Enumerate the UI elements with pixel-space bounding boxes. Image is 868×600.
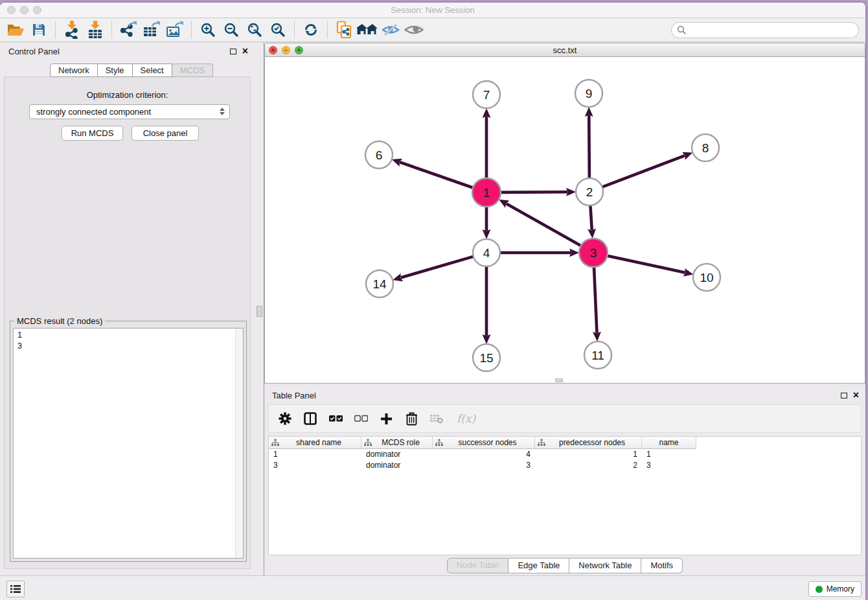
panel-splitter[interactable] xyxy=(255,43,264,575)
graph-edge-3-10[interactable] xyxy=(607,256,685,273)
graph-node-label-10: 10 xyxy=(700,271,713,284)
hide-selected-button[interactable] xyxy=(379,20,402,40)
tab-style[interactable]: Style xyxy=(98,63,133,77)
table-cell[interactable]: 1 xyxy=(642,449,696,460)
import-table-button[interactable] xyxy=(84,20,107,40)
show-all-button[interactable] xyxy=(402,20,426,40)
select-all-columns-button[interactable] xyxy=(328,411,343,426)
run-mcds-button[interactable]: Run MCDS xyxy=(62,126,123,141)
export-table-button[interactable] xyxy=(140,20,163,40)
tab-select[interactable]: Select xyxy=(133,63,172,77)
column-header-successor-nodes[interactable]: successor nodes xyxy=(433,437,535,449)
export-image-button[interactable] xyxy=(163,20,187,40)
import-network-button[interactable] xyxy=(60,20,84,40)
import-table-icon xyxy=(87,21,103,39)
table-panel-header: Table Panel × xyxy=(264,387,865,404)
refresh-button[interactable] xyxy=(299,20,323,40)
window-title: Session: New Session xyxy=(0,3,865,17)
duplicate-network-button[interactable] xyxy=(332,20,356,40)
table-cell[interactable]: 1 xyxy=(269,449,361,460)
criterion-dropdown[interactable]: strongly connected component xyxy=(29,104,230,119)
show-columns-button[interactable] xyxy=(303,411,317,426)
table-header-row: shared name MCDS role successor nodes pr… xyxy=(269,437,861,449)
column-header-name[interactable]: name xyxy=(642,437,696,449)
table-cell[interactable]: 3 xyxy=(433,460,535,471)
refresh-icon xyxy=(303,22,319,38)
main-region: Control Panel × Network Style Select MCD… xyxy=(0,43,865,575)
table-cell[interactable]: dominator xyxy=(361,460,433,471)
table-row[interactable]: 1dominator411 xyxy=(269,449,861,460)
table-cell[interactable]: 3 xyxy=(269,460,361,471)
graph-edge-3-11[interactable] xyxy=(594,267,597,333)
graph-edge-1-2[interactable] xyxy=(501,192,567,192)
task-history-button[interactable] xyxy=(6,581,25,597)
graph-edge-3-1[interactable] xyxy=(506,203,580,246)
table-cell[interactable]: 1 xyxy=(535,449,642,460)
search-field[interactable] xyxy=(671,22,859,38)
graph-edge-4-14[interactable] xyxy=(401,257,474,278)
delete-column-button[interactable] xyxy=(404,411,418,426)
float-panel-icon[interactable] xyxy=(230,49,236,54)
column-header-predecessor-nodes[interactable]: predecessor nodes xyxy=(535,437,642,449)
zoom-in-button[interactable] xyxy=(196,20,220,40)
export-network-icon xyxy=(120,21,137,38)
toolbar-separator xyxy=(191,21,192,38)
folder-open-icon xyxy=(7,23,25,37)
first-neighbors-button[interactable] xyxy=(356,20,379,40)
table-toolbar: f(x) xyxy=(268,404,862,433)
open-session-button[interactable] xyxy=(4,20,27,40)
close-panel-icon[interactable]: × xyxy=(242,47,248,56)
table-cell[interactable]: 3 xyxy=(642,460,696,471)
network-maximize-button[interactable]: + xyxy=(295,46,303,54)
splitter-handle[interactable] xyxy=(257,306,262,317)
minimize-window-button[interactable] xyxy=(20,6,29,14)
network-window-controls: × − + xyxy=(269,46,303,54)
zoom-in-icon xyxy=(200,22,216,38)
tab-edge-table[interactable]: Edge Table xyxy=(508,558,569,573)
network-close-button[interactable]: × xyxy=(269,46,277,54)
memory-button[interactable]: Memory xyxy=(808,581,862,597)
graph-edge-2-8[interactable] xyxy=(602,156,685,187)
graph-node-label-4: 4 xyxy=(483,246,490,260)
table-cell[interactable]: dominator xyxy=(361,449,433,460)
function-builder-button[interactable]: f(x) xyxy=(457,412,475,425)
zoom-out-icon xyxy=(223,22,239,38)
float-table-panel-icon[interactable] xyxy=(841,393,847,398)
canvas-scroll-thumb[interactable] xyxy=(555,378,563,382)
create-column-button[interactable] xyxy=(379,411,393,426)
tab-network[interactable]: Network xyxy=(50,63,98,77)
export-image-icon xyxy=(166,21,183,38)
tab-mcds[interactable]: MCDS xyxy=(172,63,213,77)
table-row[interactable]: 3dominator323 xyxy=(269,460,861,471)
deselect-all-columns-button[interactable] xyxy=(354,411,368,426)
close-table-panel-icon[interactable]: × xyxy=(853,391,859,400)
network-minimize-button[interactable]: − xyxy=(282,46,290,54)
graph-node-label-7: 7 xyxy=(483,88,490,102)
graph-edge-2-9[interactable] xyxy=(589,115,589,178)
graph-edge-1-6[interactable] xyxy=(400,162,473,188)
save-session-button[interactable] xyxy=(27,20,51,40)
zoom-fit-button[interactable] xyxy=(243,20,266,40)
destroy-table-button[interactable] xyxy=(429,411,444,426)
tab-motifs[interactable]: Motifs xyxy=(641,558,683,573)
zoom-out-button[interactable] xyxy=(220,20,243,40)
graph-edge-2-3[interactable] xyxy=(590,205,591,230)
close-panel-button[interactable]: Close panel xyxy=(131,126,199,141)
search-input[interactable] xyxy=(690,24,858,37)
export-network-button[interactable] xyxy=(117,20,140,40)
maximize-window-button[interactable] xyxy=(33,6,41,14)
zoom-selected-button[interactable] xyxy=(266,20,290,40)
close-window-button[interactable] xyxy=(7,6,16,14)
graph-node-label-9: 9 xyxy=(586,87,593,100)
column-header-shared-name[interactable]: shared name xyxy=(269,437,361,449)
table-settings-button[interactable] xyxy=(278,411,292,426)
table-cell[interactable]: 2 xyxy=(535,460,642,471)
graph-node-label-6: 6 xyxy=(376,148,383,162)
column-header-mcds-role[interactable]: MCDS role xyxy=(361,437,433,449)
network-canvas[interactable]: 7968124314101511 xyxy=(264,57,865,384)
graph-node-label-2: 2 xyxy=(586,185,593,199)
tab-node-table[interactable]: Node Table xyxy=(447,558,509,573)
tab-network-table[interactable]: Network Table xyxy=(569,558,641,573)
result-scrollbar[interactable] xyxy=(235,329,243,558)
table-cell[interactable]: 4 xyxy=(433,449,535,460)
